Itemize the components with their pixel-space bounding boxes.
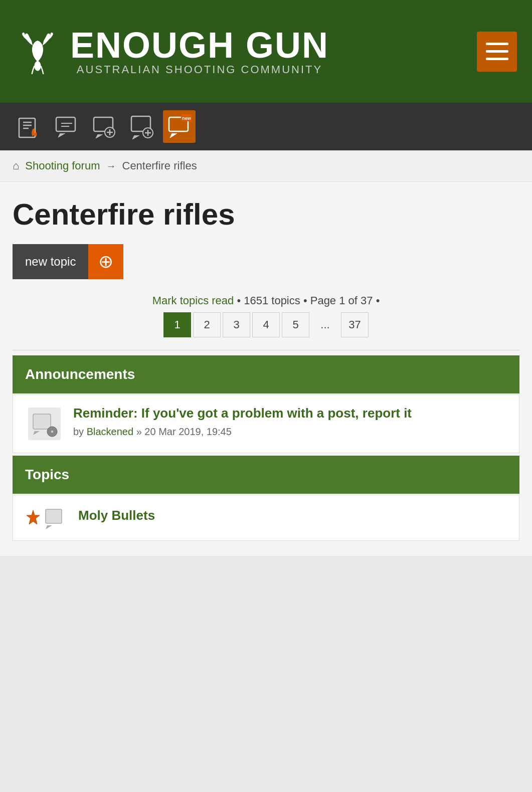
page-btn-5[interactable]: 5 <box>282 312 309 337</box>
page-title: Centerfire rifles <box>13 197 519 232</box>
logo-text: ENOUGH GUN AUSTRALIAN SHOOTING COMMUNITY <box>70 27 329 76</box>
home-icon: ⌂ <box>13 159 19 172</box>
hamburger-line-2 <box>486 50 508 53</box>
announcement-topic-date: 20 Mar 2019, 19:45 <box>144 426 231 437</box>
mark-topics-read-link[interactable]: Mark topics read <box>152 294 234 307</box>
pagination-pages: 1 2 3 4 5 ... 37 <box>13 312 519 337</box>
page-info-end: • <box>376 294 380 307</box>
hamburger-menu-button[interactable] <box>477 32 517 72</box>
new-topic-button[interactable]: new topic ⊕ <box>13 244 123 279</box>
announcement-topic-author[interactable]: Blackened <box>87 426 133 437</box>
breadcrumb: ⌂ Shooting forum → Centerfire rifles <box>0 150 532 182</box>
topic-date-sep: » <box>136 426 145 437</box>
logo-sub-text: AUSTRALIAN SHOOTING COMMUNITY <box>70 63 329 76</box>
hamburger-line-1 <box>486 43 508 45</box>
svg-rect-4 <box>56 117 75 131</box>
page-btn-37[interactable]: 37 <box>341 312 369 337</box>
hamburger-line-3 <box>486 58 508 60</box>
chat-icon[interactable] <box>50 110 83 143</box>
topic-pin-icon <box>26 509 41 527</box>
page-btn-1[interactable]: 1 <box>163 312 191 337</box>
new-topic-label: new topic <box>13 244 88 279</box>
pagination-ellipsis: ... <box>311 312 339 337</box>
new-topic-plus-icon: ⊕ <box>88 244 123 279</box>
page-info-text: Page 1 of 37 <box>310 294 373 307</box>
main-content: Centerfire rifles new topic ⊕ Mark topic… <box>0 182 532 556</box>
topics-count: • <box>237 294 244 307</box>
moly-bullets-topic-title[interactable]: Moly Bullets <box>78 507 155 524</box>
add-topic-icon[interactable] <box>125 110 158 143</box>
topic-by-label: by <box>73 426 87 437</box>
new-badge-icon[interactable]: new <box>163 110 196 143</box>
pagination-info: Mark topics read • 1651 topics • Page 1 … <box>13 294 519 307</box>
svg-rect-15 <box>46 509 62 523</box>
announcement-topic-icon-area <box>26 405 63 443</box>
moly-topic-icons <box>26 505 68 530</box>
announcements-section-header: Announcements <box>13 355 519 393</box>
svg-point-1 <box>34 42 37 45</box>
topics-section: Topics Moly Bullets <box>13 456 519 541</box>
topics-count-text: 1651 topics <box>244 294 300 307</box>
moly-topic-icon <box>43 505 68 530</box>
breadcrumb-arrow-icon: → <box>106 160 116 172</box>
hot-topics-icon[interactable] <box>13 110 45 143</box>
topics-header-text: Topics <box>25 467 69 482</box>
breadcrumb-current: Centerfire rifles <box>122 159 197 172</box>
announcement-topic-icon <box>28 408 61 440</box>
page-btn-4[interactable]: 4 <box>252 312 280 337</box>
announcement-topic-meta: by Blackened » 20 Mar 2019, 19:45 <box>73 426 506 438</box>
topics-section-header: Topics <box>13 456 519 494</box>
page-btn-2[interactable]: 2 <box>193 312 221 337</box>
announcement-topic-item: Reminder: If you've got a problem with a… <box>13 394 519 453</box>
site-header: ENOUGH GUN AUSTRALIAN SHOOTING COMMUNITY <box>0 0 532 103</box>
svg-point-2 <box>39 42 41 45</box>
moly-bullets-topic-item: Moly Bullets <box>13 495 519 541</box>
svg-text:new: new <box>182 116 192 121</box>
announcement-topic-title[interactable]: Reminder: If you've got a problem with a… <box>73 405 506 422</box>
toolbar: new <box>0 103 532 150</box>
add-post-icon[interactable] <box>88 110 120 143</box>
announcement-topic-content: Reminder: If you've got a problem with a… <box>73 405 506 438</box>
logo-area: ENOUGH GUN AUSTRALIAN SHOOTING COMMUNITY <box>15 27 329 76</box>
logo-main-text: ENOUGH GUN <box>70 27 329 63</box>
announcement-icon <box>31 410 58 438</box>
svg-point-0 <box>34 61 41 71</box>
svg-rect-12 <box>33 414 51 429</box>
breadcrumb-forum-link[interactable]: Shooting forum <box>25 159 100 172</box>
page-info-separator: • <box>303 294 310 307</box>
deer-logo-icon <box>15 29 60 74</box>
section-divider <box>13 350 519 350</box>
svg-rect-14 <box>51 431 53 433</box>
page-btn-3[interactable]: 3 <box>223 312 250 337</box>
announcements-header-text: Announcements <box>25 366 135 382</box>
